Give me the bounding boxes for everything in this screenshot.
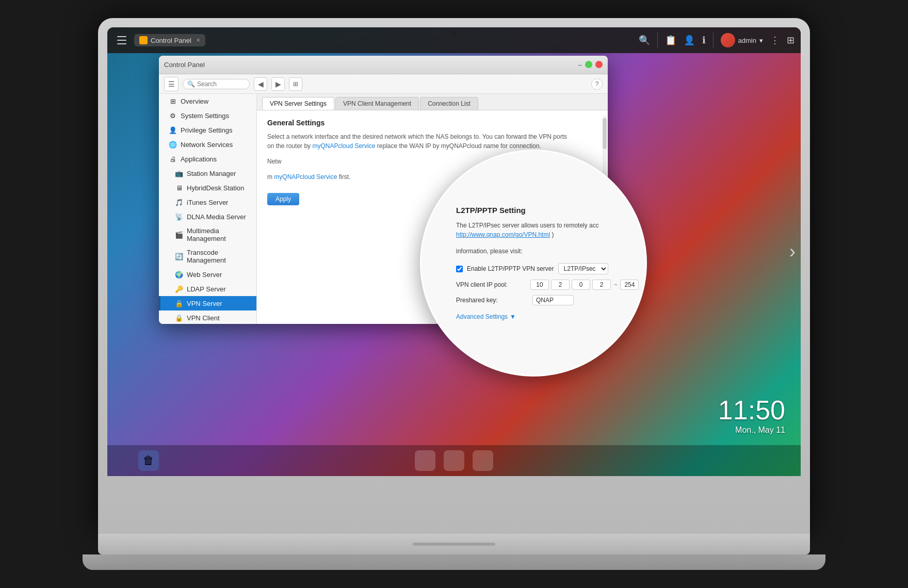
back-button[interactable]: ◀: [254, 77, 267, 91]
ip-field-2[interactable]: [551, 280, 570, 290]
control-panel-tab[interactable]: Control Panel ×: [134, 34, 205, 46]
dock-icon-2[interactable]: [444, 450, 464, 471]
file-manager-icon[interactable]: 📋: [665, 35, 676, 46]
info-icon[interactable]: ℹ: [702, 35, 706, 46]
sidebar-item-dlna[interactable]: 📡 DLNA Media Server: [159, 209, 256, 224]
tab-close-button[interactable]: ×: [197, 37, 200, 44]
web-server-icon: 🌍: [175, 270, 183, 279]
advanced-settings-label: Advanced Settings: [456, 313, 508, 320]
sidebar-item-overview[interactable]: ⊞ Overview: [159, 94, 256, 108]
apply-button[interactable]: Apply: [267, 193, 299, 205]
user-icon[interactable]: 👤: [684, 35, 695, 46]
clock-time: 11:50: [718, 397, 785, 423]
dock-icon-1[interactable]: [415, 450, 435, 471]
sidebar-item-label: iTunes Server: [187, 199, 228, 206]
network-label: Netw: [267, 158, 281, 165]
dialog-link-suffix: ): [552, 231, 554, 238]
apps-grid-button[interactable]: ⊞: [289, 77, 302, 91]
dialog-vpn-link[interactable]: http://www.qnap.com/go/VPN.html: [456, 231, 550, 238]
window-minimize-button[interactable]: −: [578, 61, 582, 69]
sidebar-item-ldap[interactable]: 🔑 LDAP Server: [159, 282, 256, 296]
dialog-info-suffix: information, please visit:: [456, 248, 523, 255]
sidebar-item-station-manager[interactable]: 📺 Station Manager: [159, 166, 256, 181]
psk-row: Preshared key:: [456, 295, 611, 305]
ip-field-3[interactable]: [572, 280, 590, 290]
window-title-text: Control Panel: [164, 61, 205, 69]
sidebar-item-applications[interactable]: 🖨 Applications: [159, 152, 256, 166]
ip-pool-row: VPN client IP pool: ~: [456, 280, 611, 290]
sidebar-item-multimedia[interactable]: 🎬 Multimedia Management: [159, 224, 256, 246]
vpn-enable-row: Enable L2TP/PPTP VPN server L2TP/IPsec: [456, 263, 611, 274]
taskbar-divider-1: [657, 32, 658, 48]
user-profile[interactable]: admin ▾: [721, 33, 763, 47]
clock: 11:50 Mon., May 11: [718, 397, 785, 435]
sidebar-item-privilege-settings[interactable]: 👤 Privilege Settings: [159, 123, 256, 137]
network-icon: 🌐: [169, 140, 177, 149]
myqnapcloud-link[interactable]: myQNAPcloud Service: [312, 142, 375, 150]
sidebar-item-vpn-client[interactable]: 🔒 VPN Client: [159, 311, 256, 324]
dlna-icon: 📡: [175, 213, 183, 221]
sidebar: ⊞ Overview ⚙ System Settings 👤 Privilege…: [159, 94, 257, 324]
vpn-server-icon: 🔒: [175, 299, 183, 307]
desc-line2: on the router by: [267, 142, 311, 150]
section-title: General Settings: [267, 119, 597, 127]
window-titlebar: Control Panel −: [159, 56, 608, 74]
scrollbar-thumb: [603, 118, 607, 149]
privilege-icon: 👤: [169, 126, 177, 134]
sidebar-item-label: Overview: [181, 97, 208, 105]
sidebar-item-system-settings[interactable]: ⚙ System Settings: [159, 108, 256, 123]
control-panel-tab-label: Control Panel: [151, 37, 191, 44]
search-icon: 🔍: [187, 80, 195, 88]
laptop-base: [83, 554, 825, 570]
more-options-icon[interactable]: ⋮: [770, 35, 780, 46]
multimedia-icon: 🎬: [175, 231, 183, 239]
forward-button[interactable]: ▶: [271, 77, 285, 91]
sidebar-item-label: Multimedia Management: [187, 227, 251, 242]
help-button[interactable]: ?: [591, 78, 603, 90]
window-close-button[interactable]: [595, 61, 603, 68]
info-m: m: [267, 173, 272, 181]
vpn-type-select[interactable]: L2TP/IPsec: [558, 263, 608, 274]
sidebar-item-itunes-server[interactable]: 🎵 iTunes Server: [159, 195, 256, 209]
nav-arrow-right[interactable]: ›: [789, 241, 796, 263]
ip-pool-label: VPN client IP pool:: [456, 281, 528, 288]
dialog-info-visit: information, please visit:: [456, 247, 611, 256]
search-taskbar-icon[interactable]: 🔍: [639, 35, 650, 46]
sidebar-item-label: Privilege Settings: [181, 126, 232, 134]
magnify-overlay: L2TP/PPTP Setting The L2TP/IPsec server …: [420, 150, 647, 377]
search-input[interactable]: [197, 80, 244, 88]
tab-vpn-server-settings[interactable]: VPN Server Settings: [262, 97, 334, 110]
laptop-shell: Control Panel × 🔍 📋 👤 ℹ admin: [83, 18, 825, 570]
dialog-title: L2TP/PPTP Setting: [456, 206, 611, 215]
sidebar-item-hybriddesk[interactable]: 🖥 HybridDesk Station: [159, 181, 256, 195]
section-desc: Select a network interface and the desir…: [267, 132, 597, 151]
psk-input[interactable]: [532, 295, 574, 305]
itunes-icon: 🎵: [175, 198, 183, 206]
user-dropdown-arrow: ▾: [759, 37, 763, 44]
sidebar-toggle-button[interactable]: ☰: [164, 77, 179, 91]
window-maximize-button[interactable]: [585, 61, 592, 68]
tab-vpn-client-management[interactable]: VPN Client Management: [335, 97, 419, 110]
ip-end-field[interactable]: [620, 280, 639, 290]
info-myqnapcloud-link[interactable]: myQNAPcloud Service: [274, 173, 337, 181]
sidebar-item-web-server[interactable]: 🌍 Web Server: [159, 267, 256, 282]
sidebar-item-transcode[interactable]: 🔄 Transcode Management: [159, 246, 256, 267]
advanced-settings-link[interactable]: Advanced Settings ▼: [456, 313, 516, 320]
display-icon[interactable]: ⊞: [787, 35, 794, 46]
ip-field-4[interactable]: [592, 280, 611, 290]
tab-connection-list[interactable]: Connection List: [420, 97, 478, 110]
system-settings-icon: ⚙: [169, 111, 177, 120]
applications-icon: 🖨: [169, 155, 177, 163]
laptop-bottom: [98, 534, 810, 554]
sidebar-item-label: System Settings: [181, 112, 229, 120]
desktop: Control Panel × 🔍 📋 👤 ℹ admin: [107, 27, 801, 476]
sidebar-item-network-services[interactable]: 🌐 Network Services: [159, 137, 256, 152]
sidebar-item-label: Web Server: [187, 271, 222, 279]
vpn-enable-checkbox[interactable]: [456, 266, 463, 272]
ip-field-1[interactable]: [530, 280, 549, 290]
dock-icon-3[interactable]: [473, 450, 493, 471]
sidebar-item-label: LDAP Server: [187, 285, 226, 293]
hamburger-menu-button[interactable]: [113, 32, 130, 48]
sidebar-item-vpn-server[interactable]: 🔒 VPN Server: [159, 296, 256, 311]
vpn-client-icon: 🔒: [175, 314, 183, 322]
